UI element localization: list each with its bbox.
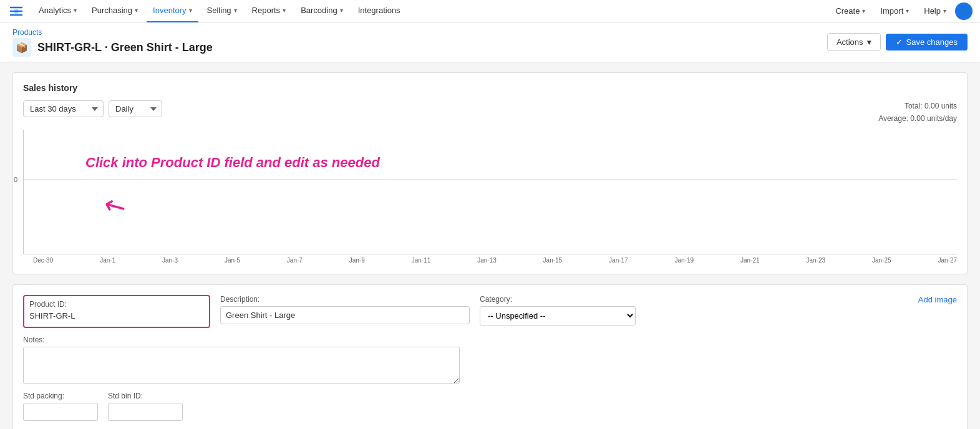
category-label: Category: xyxy=(480,295,636,304)
svg-point-0 xyxy=(14,9,19,14)
notes-label: Notes: xyxy=(23,335,460,344)
chevron-down-icon: ▾ xyxy=(189,7,192,14)
nav-create[interactable]: Create ▾ xyxy=(829,0,871,22)
nav-reports[interactable]: Reports ▾ xyxy=(246,0,293,22)
logo xyxy=(7,2,25,20)
chevron-down-icon: ▾ xyxy=(906,7,909,14)
description-label: Description: xyxy=(220,295,470,304)
chart-container: Click into Product ID field and edit as … xyxy=(23,130,957,264)
nav-import[interactable]: Import ▾ xyxy=(874,0,915,22)
breadcrumb: Products xyxy=(12,27,213,37)
product-form: Product ID: Description: Category: -- Un… xyxy=(12,284,968,429)
nav-integrations[interactable]: Integrations xyxy=(352,0,407,22)
chevron-down-icon: ▾ xyxy=(283,7,286,14)
sales-history-card: Sales history Last 30 days Last 7 days L… xyxy=(12,72,968,274)
save-changes-button[interactable]: ✓ Save changes xyxy=(886,34,968,51)
form-row-3: Std packing: Std bin ID: xyxy=(23,392,957,421)
interval-select[interactable]: Daily Weekly Monthly xyxy=(109,100,162,117)
form-row-notes: Notes: xyxy=(23,335,957,384)
period-select[interactable]: Last 30 days Last 7 days Last 90 days La… xyxy=(23,100,104,117)
std-bin-id-group: Std bin ID: xyxy=(108,392,183,421)
description-group: Description: xyxy=(220,295,470,324)
avatar[interactable]: 👤 xyxy=(955,2,973,20)
std-packing-group: Std packing: xyxy=(23,392,98,421)
sales-history-title: Sales history xyxy=(23,83,957,93)
chart-area: 0 ↙ xyxy=(23,130,957,254)
chart-controls: Last 30 days Last 7 days Last 90 days La… xyxy=(23,100,162,117)
header-actions: Actions ▾ ✓ Save changes xyxy=(827,33,968,51)
notes-group: Notes: xyxy=(23,335,460,384)
page-title-row: 📦 SHIRT-GR-L · Green Shirt - Large xyxy=(12,38,213,57)
sub-header: Products 📦 SHIRT-GR-L · Green Shirt - La… xyxy=(0,22,980,62)
category-select[interactable]: -- Unspecified -- xyxy=(480,306,636,325)
product-id-group: Product ID: xyxy=(23,295,210,328)
nav-purchasing[interactable]: Purchasing ▾ xyxy=(85,0,144,22)
breadcrumb-section: Products 📦 SHIRT-GR-L · Green Shirt - La… xyxy=(12,27,213,57)
nav-selling[interactable]: Selling ▾ xyxy=(201,0,243,22)
nav-inventory[interactable]: Inventory ▾ xyxy=(147,0,198,22)
product-id-label: Product ID: xyxy=(29,300,204,309)
std-bin-id-label: Std bin ID: xyxy=(108,392,183,400)
std-packing-input[interactable] xyxy=(23,403,98,421)
form-row-1: Product ID: Description: Category: -- Un… xyxy=(23,295,957,328)
chart-zero-line xyxy=(24,179,957,180)
actions-button[interactable]: Actions ▾ xyxy=(827,33,881,51)
nav-analytics[interactable]: Analytics ▾ xyxy=(32,0,83,22)
category-group: Category: -- Unspecified -- xyxy=(480,295,636,325)
chart-zero-label: 0 xyxy=(14,176,17,183)
add-image-link[interactable]: Add image xyxy=(918,295,957,304)
main-content: Sales history Last 30 days Last 7 days L… xyxy=(0,62,980,429)
chevron-down-icon: ▾ xyxy=(867,37,871,47)
description-input[interactable] xyxy=(220,306,470,324)
nav-right: Create ▾ Import ▾ Help ▾ 👤 xyxy=(829,0,973,22)
product-id-input[interactable] xyxy=(29,309,204,323)
checkmark-icon: ✓ xyxy=(896,37,903,47)
chevron-down-icon: ▾ xyxy=(135,7,138,14)
nav-help[interactable]: Help ▾ xyxy=(918,0,953,22)
notes-textarea[interactable] xyxy=(23,347,460,384)
chevron-down-icon: ▾ xyxy=(74,7,77,14)
breadcrumb-link[interactable]: Products xyxy=(12,28,42,37)
top-nav: Analytics ▾ Purchasing ▾ Inventory ▾ Sel… xyxy=(0,0,980,22)
nav-barcoding[interactable]: Barcoding ▾ xyxy=(294,0,349,22)
product-icon: 📦 xyxy=(12,38,31,57)
page-title: SHIRT-GR-L · Green Shirt - Large xyxy=(37,41,213,54)
std-bin-id-input[interactable] xyxy=(108,403,183,421)
chevron-down-icon: ▾ xyxy=(862,7,865,14)
chevron-down-icon: ▾ xyxy=(234,7,237,14)
chevron-down-icon: ▾ xyxy=(943,7,946,14)
annotation-arrow-icon: ↙ xyxy=(99,189,133,226)
chart-stats: Total: 0.00 units Average: 0.00 units/da… xyxy=(878,100,957,124)
chart-x-labels: Dec-30 Jan-1 Jan-3 Jan-5 Jan-7 Jan-9 Jan… xyxy=(23,254,957,264)
chevron-down-icon: ▾ xyxy=(340,7,343,14)
std-packing-label: Std packing: xyxy=(23,392,98,400)
